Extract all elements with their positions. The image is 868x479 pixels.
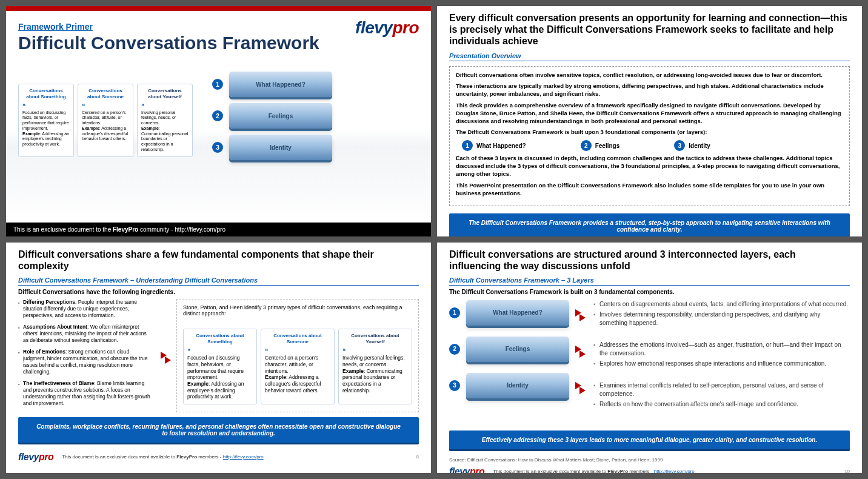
ingredients-list: Differing Perceptions: People interpret … (18, 299, 151, 412)
layer-what-happened: What Happened? (229, 72, 332, 97)
desc-group-3: Examines internal conflicts related to s… (593, 381, 850, 409)
key-callout: Complaints, workplace conflicts, recurri… (18, 417, 419, 444)
section-label: Presentation Overview (449, 51, 850, 61)
slide-2: Every difficult conversation presents an… (437, 6, 862, 236)
types-intro: Stone, Patton, and Heen identify 3 prima… (183, 304, 412, 317)
slide-3: Difficult conversations share a few fund… (6, 243, 431, 473)
pill-num: 1 (462, 140, 473, 151)
page-number: 10 (844, 469, 850, 473)
footer-text: This is an exclusive document to the (13, 226, 113, 233)
pill-what-happened: 1What Happened? (462, 140, 526, 151)
overview-p6: This PowerPoint presentation on the Diff… (456, 182, 843, 198)
layer-number-2: 2 (212, 110, 223, 121)
list-item: Assumptions About Intent: We often misin… (18, 324, 151, 344)
key-callout: Effectively addressing these 3 layers le… (449, 430, 850, 451)
desc-item: Examines internal conflicts related to s… (593, 381, 850, 398)
quote-icon: ❝ (22, 102, 25, 109)
pill-label: Identity (689, 142, 710, 150)
overview-p5: Each of these 3 layers is discussed in d… (456, 155, 843, 178)
exclusive-footer-strip: This is an exclusive document to the Fle… (6, 223, 431, 236)
layer-what-happened: What Happened? (466, 300, 569, 326)
card-someone: Conversations about Someone ❝ Centered o… (78, 84, 133, 157)
card-body: Involving personal feelings, needs, or c… (342, 355, 408, 367)
card-body: Focused on discussing facts, behaviors, … (187, 355, 253, 381)
pill-identity: 3Identity (674, 140, 710, 151)
double-arrow-icon (161, 352, 167, 359)
desc-item: Involves determining responsibility, und… (593, 310, 850, 327)
intro-text: The Difficult Conversations Framework is… (449, 289, 675, 295)
intro-text: Difficult Conversations have the followi… (18, 289, 175, 295)
types-box: Stone, Patton, and Heen identify 3 prima… (176, 299, 419, 412)
slide-heading: Every difficult conversation presents an… (437, 6, 862, 51)
pill-num: 3 (674, 140, 685, 151)
flevypro-logo: flevypro (18, 452, 53, 463)
card-body: Centered on a person's character, attitu… (82, 110, 129, 126)
desc-group-2: Addresses the emotions involved—such as … (593, 341, 850, 368)
slide-1: flevypro Framework Primer Difficult Conv… (6, 6, 431, 236)
overview-p1: Difficult conversations often involve se… (456, 72, 843, 79)
layer-stack: 1What Happened? 2Feelings 3Identity (449, 300, 581, 422)
card-someone: Conversations about Someone ❝ Centered o… (261, 329, 335, 404)
pill-label: What Happened? (476, 142, 526, 150)
source-citation: Source: Difficult Conversations: How to … (437, 456, 862, 464)
desc-group-1: Centers on disagreements about events, f… (593, 300, 850, 327)
desc-item: Explores how emotional responses shape i… (593, 360, 850, 368)
footer-link[interactable]: http://flevy.com/pro (654, 469, 695, 473)
layer-number-1: 1 (449, 307, 460, 318)
double-arrow-icon (575, 346, 581, 353)
pill-feelings: 2Feelings (581, 140, 620, 151)
logo-part-1: flevy (355, 18, 392, 37)
card-body: Centered on a person's character, attitu… (265, 355, 330, 374)
card-title: Conversations about Someone (265, 333, 330, 345)
footer-link[interactable]: http://flevy.com/pro (223, 454, 264, 460)
card-example: Example: Communicating personal boundari… (141, 126, 189, 153)
card-something: Conversations about Something ❝ Focused … (183, 329, 257, 404)
list-item: Role of Emotions: Strong emotions can cl… (18, 349, 151, 375)
list-item: The Ineffectiveness of Blame: Blame limi… (18, 380, 151, 407)
layer-number-1: 1 (212, 79, 223, 90)
footer-url: community - http://flevy.com/pro (138, 226, 225, 233)
quote-icon: ❝ (82, 102, 85, 109)
slide-heading: Difficult conversations share a few fund… (6, 243, 431, 275)
quote-icon: ❝ (187, 347, 190, 354)
card-example: Example: Communicating personal boundari… (342, 368, 408, 394)
page-number: 8 (416, 454, 419, 460)
logo-part-2: pro (392, 18, 419, 37)
section-label: Difficult Conversations Framework – 3 La… (449, 275, 850, 286)
card-example: Example: Addressing an employee's declin… (187, 381, 253, 400)
double-arrow-icon (575, 382, 581, 389)
card-body: Focused on discussing facts, behaviors, … (22, 110, 70, 132)
card-title: Conversations about Yourself (141, 88, 189, 100)
red-accent-bar (6, 6, 431, 11)
card-something: Conversations about Something ❝ Focused … (18, 84, 74, 157)
desc-item: Addresses the emotions involved—such as … (593, 341, 850, 358)
card-yourself: Conversations about Yourself ❝ Involving… (338, 329, 412, 404)
card-example: Example: Addressing an employee's declin… (22, 132, 70, 147)
overview-p3: This deck provides a comprehensive overv… (456, 102, 843, 125)
footer-bold: FlevyPro (113, 226, 138, 233)
layer-number-3: 3 (449, 380, 460, 391)
layer-identity: Identity (229, 135, 332, 160)
section-label: Difficult Conversations Framework – Unde… (18, 275, 419, 286)
quote-icon: ❝ (342, 347, 346, 354)
pill-label: Feelings (595, 142, 620, 150)
key-callout: The Difficult Conversations Framework pr… (449, 213, 850, 236)
footer-note: This document is an exclusive document a… (62, 454, 263, 460)
quote-icon: ❝ (265, 347, 268, 354)
layer-identity: Identity (466, 373, 569, 398)
layer-feelings: Feelings (466, 337, 569, 362)
slide-4: Difficult conversations are structured a… (437, 243, 862, 473)
desc-item: Centers on disagreements about events, f… (593, 300, 850, 309)
footer-note: This document is an exclusive document a… (493, 469, 694, 473)
double-arrow-icon (575, 309, 581, 317)
card-body: Involving personal feelings, needs, or c… (141, 110, 189, 126)
slide-heading: Difficult conversations are structured a… (437, 243, 862, 275)
slide-footer: flevypro This document is an exclusive d… (6, 449, 431, 466)
card-example: Example: Addressing a colleague's disres… (265, 374, 330, 394)
card-yourself: Conversations about Yourself ❝ Involving… (137, 84, 193, 157)
pill-num: 2 (581, 140, 592, 151)
card-title: Conversations about Something (22, 88, 70, 100)
layer-number-2: 2 (449, 344, 460, 355)
desc-item: Reflects on how the conversation affects… (593, 400, 850, 409)
slide-footer: flevypro This document is an exclusive d… (437, 464, 862, 473)
